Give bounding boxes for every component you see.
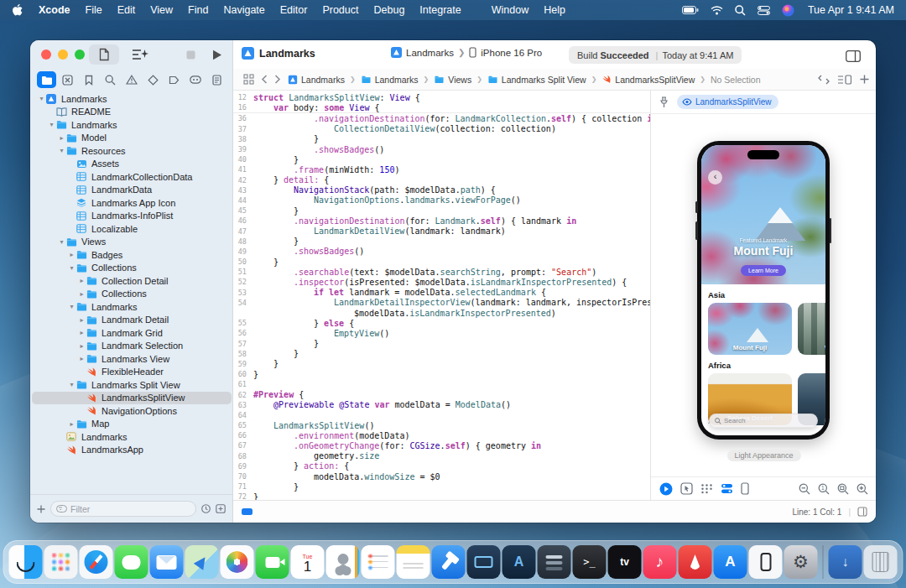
disclosure-closed-icon[interactable]: ▸ <box>67 420 76 428</box>
dock-maps-icon[interactable] <box>185 545 219 579</box>
back-button[interactable] <box>261 75 268 84</box>
dock-appstore-icon[interactable]: A <box>714 545 747 579</box>
code-line[interactable]: 37CollectionDetailView(collection: colle… <box>233 124 650 134</box>
recent-files-filter-icon[interactable] <box>201 504 211 513</box>
code-line[interactable]: 62#Preview { <box>233 389 650 399</box>
breadcrumb-segment[interactable]: Landmarks <box>361 75 419 85</box>
disclosure-closed-icon[interactable]: ▸ <box>77 316 86 324</box>
navigator-tab-breakpoints[interactable] <box>164 71 184 88</box>
code-line[interactable]: 68geometry.size <box>233 451 650 461</box>
zoom-one-icon[interactable]: 1 <box>818 483 830 495</box>
zoom-fit-icon[interactable] <box>837 483 849 495</box>
navigator-tab-issues[interactable] <box>122 71 141 88</box>
code-line[interactable]: 71} <box>233 481 650 492</box>
navigator-tab-find[interactable] <box>101 71 120 88</box>
code-line[interactable]: 60} <box>233 369 650 379</box>
menu-integrate[interactable]: Integrate <box>412 4 468 16</box>
menu-find[interactable]: Find <box>180 4 216 16</box>
menu-view[interactable]: View <box>143 4 180 16</box>
menu-editor[interactable]: Editor <box>273 4 315 16</box>
code-line[interactable]: 42} detail: { <box>233 175 650 185</box>
code-line[interactable]: 70modelData.windowSize = $0 <box>233 471 650 481</box>
dock-rocket-icon[interactable] <box>679 545 712 579</box>
battery-icon[interactable] <box>682 6 699 14</box>
run-button[interactable] <box>205 44 230 65</box>
disclosure-open-icon[interactable]: ▾ <box>37 95 46 102</box>
code-line[interactable]: 51.searchable(text: $modelData.searchStr… <box>233 267 650 277</box>
tree-item-collections[interactable]: ▾Collections <box>32 262 232 275</box>
source-editor[interactable]: 12struct LandmarksSplitView: View {16var… <box>233 91 650 500</box>
related-items-icon[interactable] <box>243 74 254 85</box>
inspector-toggle-button[interactable] <box>841 46 866 66</box>
stop-button[interactable] <box>178 44 203 65</box>
code-line[interactable]: 45} <box>233 206 650 216</box>
breadcrumb-segment[interactable]: Landmarks Split View <box>487 75 586 85</box>
pointer-mode-icon[interactable] <box>680 482 693 495</box>
code-line[interactable]: 59} <box>233 359 650 369</box>
breadcrumb-segment[interactable]: LandmarksSplitView <box>601 75 695 85</box>
landmark-card-wuling[interactable]: Wulingyu <box>798 303 825 355</box>
wifi-icon[interactable] <box>711 6 723 15</box>
zoom-in-icon[interactable] <box>857 483 868 495</box>
search-icon[interactable] <box>735 5 746 16</box>
disclosure-closed-icon[interactable]: ▸ <box>77 355 86 362</box>
code-line[interactable]: 40} <box>233 154 650 164</box>
code-line[interactable]: 53if let landmark = modelData.selectedLa… <box>233 288 650 298</box>
dock-messages-icon[interactable] <box>115 545 148 579</box>
tree-item-readme[interactable]: README <box>32 106 232 119</box>
editor-options-icon[interactable] <box>838 75 851 85</box>
minimize-button[interactable] <box>58 49 68 60</box>
dock-screenshare-icon[interactable] <box>467 545 501 579</box>
code-line[interactable]: $modelData.isLandmarkInspectorPresented) <box>233 308 650 318</box>
tree-item-model[interactable]: ▸Model <box>32 132 232 145</box>
menu-product[interactable]: Product <box>315 4 366 16</box>
tree-item-landmarks-split-view[interactable]: ▾Landmarks Split View <box>32 378 232 392</box>
disclosure-open-icon[interactable]: ▾ <box>67 381 76 388</box>
code-line[interactable]: 46.navigationDestination(for: Landmark.s… <box>233 216 650 226</box>
navigator-tab-tests[interactable] <box>143 71 163 88</box>
code-line[interactable]: 54LandmarkDetailInspectorView(landmark: … <box>233 298 650 308</box>
dock-launchpad-icon[interactable] <box>44 545 78 579</box>
code-line[interactable]: 61 <box>233 379 650 389</box>
disclosure-open-icon[interactable]: ▾ <box>57 238 66 246</box>
add-editor-icon[interactable] <box>860 75 869 84</box>
device-settings-icon[interactable] <box>721 483 733 494</box>
preview-search-bar[interactable]: Search <box>709 414 818 428</box>
disclosure-closed-icon[interactable]: ▸ <box>77 277 86 284</box>
learn-more-button[interactable]: Learn More <box>741 265 786 276</box>
disclosure-open-icon[interactable]: ▾ <box>57 147 66 154</box>
show-document-items-button[interactable] <box>89 44 119 65</box>
disclosure-open-icon[interactable]: ▾ <box>67 303 76 310</box>
code-line[interactable]: 12struct LandmarksSplitView: View { <box>233 92 650 102</box>
navigator-tab-reports[interactable] <box>207 71 226 88</box>
code-line[interactable]: 47LandmarkDetailView(landmark: landmark) <box>233 226 650 236</box>
dock-reminders-icon[interactable] <box>362 545 395 579</box>
source-control-filter-icon[interactable] <box>216 504 226 513</box>
code-line[interactable]: 41.frame(minWidth: 150) <box>233 164 650 174</box>
tree-item-landmarks[interactable]: Landmarks <box>32 430 232 444</box>
dock-contacts-icon[interactable] <box>326 545 360 579</box>
menu-file[interactable]: File <box>78 4 110 16</box>
tree-item-localizable[interactable]: Localizable <box>32 222 232 236</box>
dock-facetime-icon[interactable] <box>256 545 289 579</box>
tree-item-landmarks-view[interactable]: ▸Landmarks View <box>32 352 232 366</box>
tree-item-landmarks[interactable]: ▾Landmarks <box>32 118 232 132</box>
code-line[interactable]: 16var body: some View { <box>233 102 650 112</box>
close-button[interactable] <box>41 49 51 60</box>
device-icon[interactable] <box>741 482 749 495</box>
apple-logo-icon[interactable] <box>12 4 23 17</box>
dock-xcode-icon[interactable] <box>432 545 466 579</box>
tree-item-landmarks[interactable]: ▾Landmarks <box>32 300 232 314</box>
code-line[interactable]: 43NavigationStack(path: $modelData.path)… <box>233 185 650 195</box>
tree-item-landmarkdata[interactable]: LandmarkData <box>32 184 232 197</box>
build-status[interactable]: BuildSucceeded | Today at 9:41 AM <box>569 46 742 64</box>
tree-item-landmarkcollectiondata[interactable]: LandmarkCollectionData <box>32 170 232 184</box>
dock-developer-icon[interactable]: A <box>502 545 536 579</box>
dock-finder-icon[interactable] <box>9 545 43 579</box>
iphone-preview[interactable]: ‹ Featured Landmark Mount Fuji Learn Mor… <box>697 141 830 440</box>
navigator-tab-debug-gauge[interactable] <box>185 71 205 88</box>
code-line[interactable]: 58} <box>233 349 650 359</box>
dock-photos-icon[interactable] <box>221 545 254 579</box>
filter-input[interactable]: Filter <box>50 501 196 517</box>
siri-icon[interactable] <box>782 4 794 17</box>
